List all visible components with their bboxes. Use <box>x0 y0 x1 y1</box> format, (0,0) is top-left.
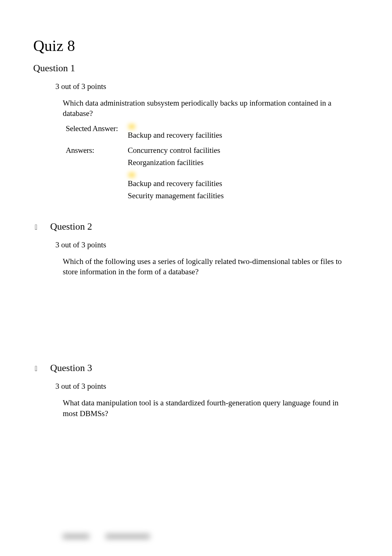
question-points: 3 out of 3 points <box>55 240 359 250</box>
question-heading: Question 2 <box>50 221 92 232</box>
bullet-icon:  <box>35 364 41 373</box>
question-prompt: What data manipulation tool is a standar… <box>63 398 351 419</box>
answer-option: Security management facilities <box>128 191 224 200</box>
page-title: Quiz 8 <box>33 37 359 55</box>
question-points: 3 out of 3 points <box>55 82 359 91</box>
question-3:  Question 3 3 out of 3 points What data… <box>33 363 359 419</box>
answer-option: Reorganization facilities <box>128 158 224 167</box>
blurred-content <box>63 534 150 539</box>
question-1: Question 1 3 out of 3 points Which data … <box>33 63 359 203</box>
correct-marker-icon <box>128 172 135 178</box>
answers-row: Answers: Concurrency control facilities … <box>66 146 359 203</box>
selected-answer-value: Backup and recovery facilities <box>128 131 222 140</box>
question-prompt: Which of the following uses a series of … <box>63 256 351 277</box>
question-heading: Question 1 <box>33 63 359 74</box>
answers-label: Answers: <box>66 146 128 155</box>
answer-table: Selected Answer: Backup and recovery fac… <box>66 124 359 203</box>
question-heading: Question 3 <box>50 363 92 374</box>
bullet-icon:  <box>35 223 41 231</box>
selected-answer-row: Selected Answer: Backup and recovery fac… <box>66 124 359 143</box>
correct-marker-icon <box>128 124 135 129</box>
selected-answer-label: Selected Answer: <box>66 124 128 133</box>
question-points: 3 out of 3 points <box>55 382 359 391</box>
question-2:  Question 2 3 out of 3 points Which of … <box>33 221 359 277</box>
answer-option: Concurrency control facilities <box>128 146 224 155</box>
answer-option: Backup and recovery facilities <box>128 179 224 188</box>
question-prompt: Which data administration subsystem peri… <box>63 98 351 119</box>
